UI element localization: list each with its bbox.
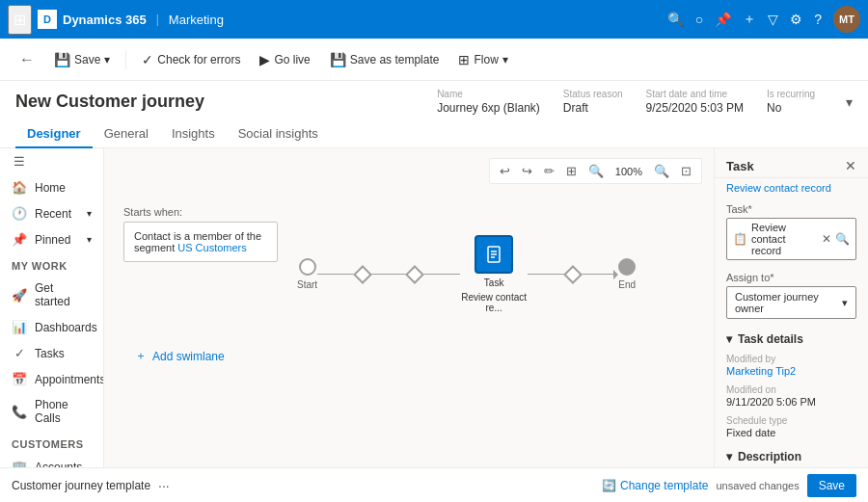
user-avatar[interactable]: MT — [833, 6, 860, 33]
schedule-type-row: Schedule type Fixed date — [715, 411, 868, 442]
accounts-icon: 🏢 — [12, 460, 27, 467]
undo-button[interactable]: ↩ — [496, 162, 514, 180]
nav-grid-button[interactable]: ⊞ — [8, 5, 32, 35]
zoom-out-button[interactable]: 🔍 — [584, 162, 608, 180]
sidebar-item-dashboards[interactable]: 📊 Dashboards — [0, 314, 103, 340]
nav-right: 🔍 ○ 📌 ＋ ▽ ⚙ ? MT — [667, 6, 860, 33]
sidebar-item-get-started[interactable]: 🚀 Get started — [0, 276, 103, 314]
sidebar-item-phone-calls[interactable]: 📞 Phone Calls — [0, 392, 103, 431]
page-tabs: Designer General Insights Social insight… — [15, 120, 853, 147]
starts-when-label: Starts when: — [123, 206, 278, 218]
bottom-save-button[interactable]: Save — [807, 474, 856, 497]
meta-recurring: Is recurring No — [767, 89, 815, 115]
settings-nav-icon[interactable]: ⚙ — [790, 12, 802, 27]
page-title: New Customer journey — [15, 92, 204, 112]
tab-social-insights[interactable]: Social insights — [227, 120, 330, 148]
dashboards-label: Dashboards — [35, 321, 97, 334]
back-button[interactable]: ← — [12, 47, 42, 72]
canvas-content: Starts when: Contact is a member of the … — [123, 187, 694, 313]
recurring-label: Is recurring — [767, 89, 815, 99]
segment-link[interactable]: US Customers — [177, 242, 247, 253]
task-node[interactable]: Task Review contact re... — [460, 235, 528, 313]
add-nav-icon[interactable]: ＋ — [743, 11, 756, 28]
task-clear-button[interactable]: ✕ — [822, 232, 831, 246]
sidebar-item-recent[interactable]: 🕐 Recent ▾ — [0, 200, 103, 226]
sidebar-toggle[interactable]: ☰ — [0, 148, 103, 174]
tab-insights[interactable]: Insights — [160, 120, 227, 148]
date-label: Start date and time — [646, 89, 744, 99]
main-layout: ☰ 🏠 Home 🕐 Recent ▾ 📌 Pinned ▾ My Work 🚀… — [0, 148, 868, 467]
assign-to-label: Assign to* — [726, 272, 856, 283]
review-link[interactable]: Review contact record — [715, 178, 868, 198]
nav-left: ⊞ D Dynamics 365 | Marketing — [8, 5, 224, 35]
panel-close-button[interactable]: ✕ — [845, 158, 856, 173]
recurring-value: No — [767, 101, 815, 115]
task-icon-svg — [484, 245, 503, 264]
description-section[interactable]: ▾ Description — [715, 442, 868, 467]
template-dots[interactable]: ··· — [158, 478, 170, 493]
save-as-template-button[interactable]: 💾 Save as template — [322, 48, 448, 71]
get-started-label: Get started — [35, 281, 92, 308]
sidebar-item-pinned[interactable]: 📌 Pinned ▾ — [0, 226, 103, 252]
add-swimlane-icon: ＋ — [135, 348, 147, 364]
filter-nav-icon[interactable]: ▽ — [768, 12, 778, 27]
edit-canvas-button[interactable]: ✏ — [540, 162, 558, 180]
assign-to-select[interactable]: Customer journey owner ▾ — [726, 286, 856, 319]
module-name: Marketing — [169, 13, 224, 27]
sidebar-item-accounts[interactable]: 🏢 Accounts — [0, 454, 103, 467]
task-details-section[interactable]: ▾ Task details — [715, 325, 868, 350]
tasks-label: Tasks — [35, 347, 65, 360]
task-search-button[interactable]: 🔍 — [835, 232, 850, 246]
panel-title: Task — [726, 159, 754, 173]
check-errors-button[interactable]: ✓ Check for errors — [134, 48, 248, 71]
sidebar-item-appointments[interactable]: 📅 Appointments — [0, 366, 103, 392]
content-area: ← 💾 Save ▾ ✓ Check for errors ▶ Go live … — [0, 39, 868, 502]
help-nav-icon[interactable]: ? — [814, 12, 822, 27]
template-label: Customer journey template — [12, 479, 150, 492]
change-template-button[interactable]: 🔄 Change template — [602, 479, 708, 492]
connector-4 — [528, 274, 566, 275]
sidebar-item-home[interactable]: 🏠 Home — [0, 174, 103, 200]
search-nav-icon[interactable]: 🔍 — [667, 12, 684, 27]
page-meta: Name Journey 6xp (Blank) Status reason D… — [437, 89, 853, 115]
assign-to-field: Assign to* Customer journey owner ▾ — [715, 266, 868, 325]
sidebar-item-tasks[interactable]: ✓ Tasks — [0, 340, 103, 366]
connector-3 — [421, 274, 460, 275]
task-details-label: Task details — [738, 332, 803, 346]
fit-screen-button[interactable]: ⊡ — [677, 162, 695, 180]
appointments-label: Appointments — [35, 373, 104, 386]
task-icon-box[interactable] — [475, 235, 513, 274]
tasks-icon: ✓ — [12, 346, 27, 360]
dynamics-logo-icon: D — [38, 10, 57, 29]
toolbar-separator — [125, 50, 126, 69]
redo-button[interactable]: ↪ — [518, 162, 536, 180]
pinned-label: Pinned — [35, 233, 70, 247]
connector-1 — [317, 274, 356, 275]
circle-icon[interactable]: ○ — [695, 12, 703, 27]
tab-general[interactable]: General — [93, 120, 160, 148]
modified-by-value[interactable]: Marketing Tip2 — [726, 365, 856, 377]
meta-chevron-icon[interactable]: ▾ — [846, 94, 853, 110]
nav-divider: | — [156, 13, 159, 26]
task-input[interactable]: 📋 Review contact record ✕ 🔍 — [726, 218, 856, 260]
go-live-button[interactable]: ▶ Go live — [252, 48, 317, 71]
save-button[interactable]: 💾 Save ▾ — [46, 48, 118, 71]
zoom-in-button[interactable]: 🔍 — [650, 162, 673, 180]
appointments-icon: 📅 — [12, 372, 27, 386]
add-swimlane-button[interactable]: ＋ Add swimlane — [123, 342, 694, 370]
name-label: Name — [437, 89, 540, 99]
layout-button[interactable]: ⊞ — [562, 162, 581, 180]
description-label: Description — [738, 450, 801, 463]
start-label: Start — [297, 279, 317, 290]
page-header: New Customer journey Name Journey 6xp (B… — [0, 81, 868, 148]
check-icon: ✓ — [142, 52, 153, 67]
pin-nav-icon[interactable]: 📌 — [715, 12, 731, 27]
flow-button[interactable]: ⊞ Flow ▾ — [450, 48, 515, 71]
home-icon: 🏠 — [12, 180, 27, 195]
diamond-node-1 — [356, 268, 369, 281]
bottom-right: 🔄 Change template unsaved changes Save — [602, 474, 856, 497]
phone-calls-icon: 📞 — [12, 405, 27, 419]
assign-to-chevron: ▾ — [842, 297, 848, 309]
tab-designer[interactable]: Designer — [15, 120, 93, 148]
right-panel: Task ✕ Review contact record Task* 📋 Rev… — [714, 148, 868, 467]
